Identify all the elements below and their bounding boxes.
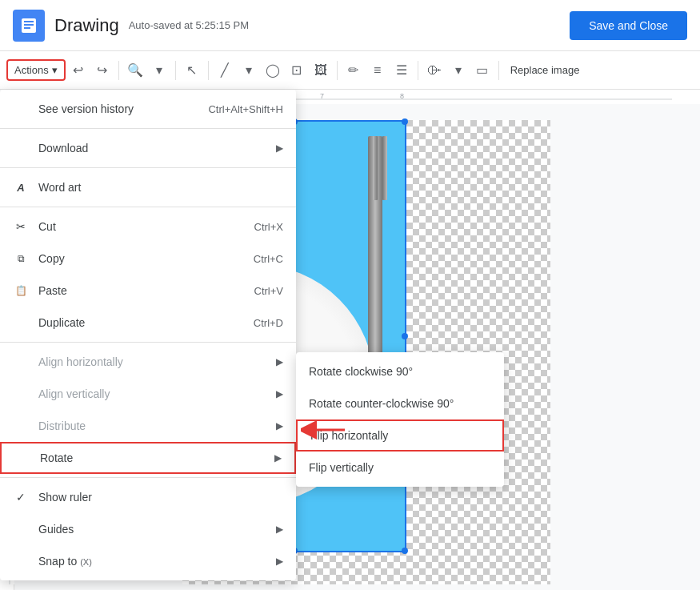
- divider-5: [0, 477, 296, 478]
- zoom-button[interactable]: 🔍: [124, 59, 146, 82]
- header-left: Drawing Auto-saved at 5:25:15 PM: [13, 10, 249, 42]
- menu-item-show-ruler[interactable]: ✓ Show ruler: [0, 481, 296, 513]
- cut-shortcut: Ctrl+X: [254, 221, 283, 233]
- copy-label: Copy: [38, 252, 65, 265]
- rotate-ccw-label: Rotate counter-clockwise 90°: [309, 397, 454, 410]
- align-v-label: Align vertically: [38, 387, 110, 400]
- snap-to-arrow: ▶: [276, 556, 283, 567]
- sep1: [118, 61, 119, 80]
- bg-tool[interactable]: ▭: [471, 59, 494, 82]
- crop-arrow[interactable]: ▾: [447, 59, 470, 82]
- duplicate-label: Duplicate: [38, 316, 85, 329]
- sep3: [208, 61, 209, 80]
- download-arrow: ▶: [276, 142, 283, 154]
- download-label: Download: [38, 142, 88, 155]
- rotate-icon: [14, 450, 30, 466]
- app-title: Drawing: [54, 15, 119, 36]
- paint-tool[interactable]: ✏: [342, 59, 365, 82]
- menu-item-word-art[interactable]: A Word art: [0, 171, 296, 203]
- actions-button[interactable]: Actions ▾: [6, 59, 66, 81]
- paste-shortcut: Ctrl+V: [254, 285, 283, 297]
- menu-item-guides[interactable]: Guides ▶: [0, 513, 296, 545]
- textbox-tool[interactable]: ⊡: [286, 59, 308, 82]
- guides-icon: [13, 521, 29, 537]
- flip-v-label: Flip vertically: [309, 461, 374, 474]
- guides-label: Guides: [38, 523, 74, 536]
- actions-label: Actions: [14, 64, 49, 76]
- autosave-label: Auto-saved at 5:25:15 PM: [129, 19, 249, 31]
- menu-item-cut[interactable]: ✂ Cut Ctrl+X: [0, 211, 296, 243]
- svg-rect-1: [24, 21, 34, 22]
- menu-item-align-h[interactable]: Align horizontally ▶: [0, 346, 296, 378]
- ruler-check-icon: ✓: [13, 491, 29, 504]
- divider-4: [0, 342, 296, 343]
- submenu-item-flip-v[interactable]: Flip vertically: [296, 452, 504, 484]
- distribute-arrow: ▶: [276, 420, 283, 431]
- divider-2: [0, 167, 296, 168]
- word-art-label: Word art: [38, 181, 81, 194]
- menu-item-paste[interactable]: 📋 Paste Ctrl+V: [0, 275, 296, 307]
- sep2: [175, 61, 176, 80]
- align-v-icon: [13, 386, 29, 402]
- undo-button[interactable]: ↩: [67, 59, 90, 82]
- version-history-label: See version history: [38, 102, 134, 115]
- guides-arrow: ▶: [276, 524, 283, 535]
- format-tool[interactable]: ≡: [366, 59, 389, 82]
- menu-item-version-history[interactable]: See version history Ctrl+Alt+Shift+H: [0, 93, 296, 125]
- rotate-cw-label: Rotate clockwise 90°: [309, 365, 413, 378]
- menu-item-rotate[interactable]: Rotate ▶: [0, 442, 296, 474]
- copy-icon: ⧉: [13, 251, 29, 267]
- svg-text:8: 8: [400, 92, 404, 100]
- menu-item-duplicate[interactable]: Duplicate Ctrl+D: [0, 307, 296, 339]
- submenu-item-rotate-ccw[interactable]: Rotate counter-clockwise 90°: [296, 387, 504, 419]
- menu-item-snap-to[interactable]: Snap to (X) ▶: [0, 545, 296, 577]
- svg-rect-3: [24, 27, 30, 29]
- svg-rect-2: [24, 24, 34, 26]
- align-h-arrow: ▶: [276, 356, 283, 367]
- show-ruler-label: Show ruler: [38, 491, 92, 504]
- actions-dropdown: See version history Ctrl+Alt+Shift+H Dow…: [0, 90, 296, 580]
- duplicate-shortcut: Ctrl+D: [254, 317, 283, 329]
- cut-icon: ✂: [13, 219, 29, 235]
- image-tool[interactable]: 🖼: [310, 59, 332, 82]
- menu-item-align-v[interactable]: Align vertically ▶: [0, 378, 296, 410]
- version-history-icon: [13, 101, 29, 117]
- header: Drawing Auto-saved at 5:25:15 PM Save an…: [0, 0, 700, 51]
- rotate-label: Rotate: [40, 452, 73, 464]
- sep5: [418, 61, 418, 80]
- duplicate-icon: [13, 315, 29, 331]
- download-icon: [13, 140, 29, 156]
- align-h-icon: [13, 354, 29, 370]
- line-tool[interactable]: ╱: [214, 59, 236, 82]
- menu-item-distribute[interactable]: Distribute ▶: [0, 410, 296, 442]
- distribute-label: Distribute: [38, 419, 86, 432]
- cut-label: Cut: [38, 220, 56, 233]
- align-v-arrow: ▶: [276, 388, 283, 399]
- divider-1: [0, 128, 296, 129]
- highlight-arrow: [301, 418, 349, 445]
- menu-item-copy[interactable]: ⧉ Copy Ctrl+C: [0, 243, 296, 275]
- submenu-item-rotate-cw[interactable]: Rotate clockwise 90°: [296, 355, 504, 387]
- save-close-button[interactable]: Save and Close: [570, 11, 687, 40]
- menu-item-download[interactable]: Download ▶: [0, 132, 296, 164]
- sep4: [337, 61, 338, 80]
- copy-shortcut: Ctrl+C: [254, 253, 283, 265]
- paste-label: Paste: [38, 284, 67, 297]
- svg-text:7: 7: [320, 92, 324, 100]
- redo-button[interactable]: ↪: [91, 59, 114, 82]
- align-h-label: Align horizontally: [38, 355, 123, 368]
- sep6: [498, 61, 499, 80]
- toolbar: Actions ▾ ↩ ↪ 🔍 ▾ ↖ ╱ ▾ ◯ ⊡ 🖼 ✏ ≡ ☰ ⌱ ▾ …: [0, 51, 700, 90]
- select-tool[interactable]: ↖: [181, 59, 203, 82]
- word-art-icon: A: [13, 179, 29, 195]
- distribute-icon: [13, 418, 29, 434]
- replace-image-button[interactable]: Replace image: [504, 61, 586, 79]
- snap-to-icon: [13, 553, 29, 569]
- snap-to-label: Snap to (X): [38, 555, 92, 568]
- crop-tool[interactable]: ⌱: [423, 59, 446, 82]
- format2-tool[interactable]: ☰: [390, 59, 413, 82]
- zoom-arrow[interactable]: ▾: [148, 59, 170, 82]
- divider-3: [0, 207, 296, 207]
- shape-tool[interactable]: ◯: [262, 59, 284, 82]
- line-arrow[interactable]: ▾: [238, 59, 260, 82]
